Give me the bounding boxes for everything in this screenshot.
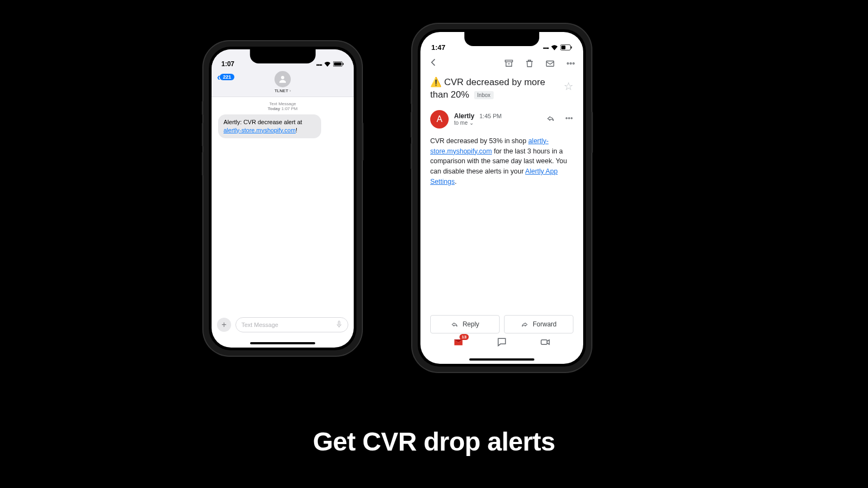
nav-mail-badge: 13 (459, 334, 469, 340)
svg-point-10 (567, 63, 569, 65)
home-indicator[interactable] (250, 342, 315, 344)
email-phone-frame: 1:47 ▪▪▪▪ (412, 24, 591, 372)
svg-point-12 (573, 63, 575, 65)
svg-rect-16 (541, 340, 547, 344)
email-toolbar (420, 54, 583, 75)
svg-point-14 (569, 118, 570, 119)
message-input[interactable]: Text Message (235, 317, 348, 332)
status-time: 1:47 (431, 43, 445, 52)
placeholder: Text Message (241, 322, 278, 328)
mark-unread-icon[interactable] (545, 59, 555, 68)
sms-link[interactable]: alertly-store.myshopify.com (224, 127, 296, 133)
notch (250, 49, 316, 63)
recipient-line[interactable]: to me ⌄ (454, 120, 541, 126)
sms-phone-frame: 1:07 ▪▪▪▪ ‹ 221 (203, 41, 362, 356)
back-button[interactable] (428, 57, 439, 70)
back-button[interactable]: ‹ 221 (217, 72, 234, 82)
bottom-nav: 13 (420, 333, 583, 356)
svg-rect-9 (546, 61, 554, 67)
compose-bar: + Text Message (212, 314, 354, 340)
contact-avatar[interactable] (275, 71, 291, 87)
sender-time: 1:45 PM (480, 113, 502, 119)
svg-rect-8 (505, 60, 513, 62)
message-meta: Text Message Today 1:07 PM (212, 101, 354, 111)
nav-mail[interactable]: 13 (453, 337, 464, 350)
status-time: 1:07 (221, 60, 234, 68)
trash-icon[interactable] (525, 59, 534, 68)
messages-header: ‹ 221 TLNET (212, 69, 354, 97)
sender-name: Alertly (454, 112, 474, 120)
archive-icon[interactable] (504, 59, 514, 68)
notch (464, 32, 539, 46)
battery-icon (560, 44, 572, 52)
reply-button[interactable]: Reply (430, 315, 500, 333)
wifi-icon (324, 61, 331, 68)
svg-point-3 (281, 76, 284, 79)
email-subject-row: ⚠️ CVR decreased by more than 20% Inbox … (420, 75, 583, 105)
chevron-down-icon: ⌄ (469, 120, 474, 126)
signal-icon: ▪▪▪▪ (543, 45, 548, 51)
svg-rect-1 (334, 62, 342, 66)
tagline: Get CVR drop alerts (0, 427, 868, 457)
sender-avatar[interactable]: A (430, 110, 449, 129)
svg-point-15 (571, 118, 572, 119)
nav-video[interactable] (540, 337, 551, 350)
more-icon[interactable] (566, 59, 576, 68)
add-attachment-button[interactable]: + (217, 318, 231, 332)
mic-icon[interactable] (336, 320, 342, 329)
signal-icon: ▪▪▪▪ (316, 62, 322, 68)
wifi-icon (551, 44, 558, 52)
battery-icon (333, 61, 344, 68)
unread-badge: 221 (220, 74, 234, 80)
home-indicator[interactable] (469, 358, 534, 361)
email-subject: ⚠️ CVR decreased by more than 20% Inbox (430, 76, 558, 101)
svg-rect-6 (561, 46, 566, 49)
star-icon[interactable]: ☆ (564, 80, 573, 93)
more-icon[interactable] (565, 114, 573, 125)
svg-rect-4 (339, 321, 340, 325)
contact-name[interactable]: TLNET (217, 88, 348, 93)
reply-icon[interactable] (546, 114, 555, 125)
email-body: CVR decreased by 53% in shop alertly-sto… (420, 132, 583, 191)
sms-bubble: Alertly: CVR decrease alert at alertly-s… (218, 114, 321, 138)
svg-point-13 (566, 118, 567, 119)
inbox-chip[interactable]: Inbox (474, 91, 494, 100)
stage: 1:07 ▪▪▪▪ ‹ 221 (0, 0, 868, 488)
svg-rect-2 (343, 63, 344, 65)
reply-actions: Reply Forward (430, 315, 573, 333)
sender-row: A Alertly 1:45 PM to me ⌄ (420, 105, 583, 132)
nav-chat[interactable] (496, 337, 507, 350)
forward-button[interactable]: Forward (504, 315, 573, 333)
svg-point-11 (570, 63, 572, 65)
svg-rect-7 (571, 46, 572, 48)
